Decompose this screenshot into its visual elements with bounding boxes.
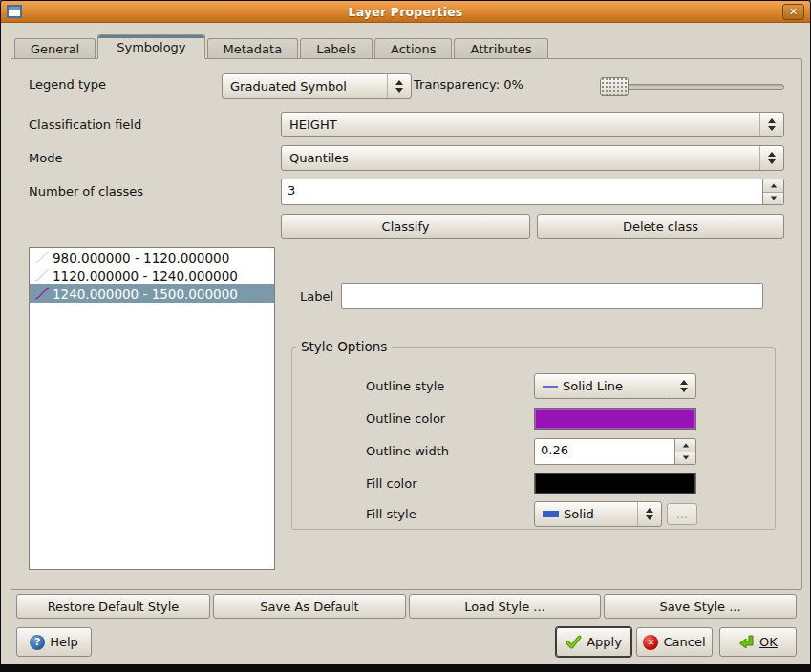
cancel-icon: ✕ <box>643 635 658 650</box>
solid-line-icon <box>543 386 558 388</box>
transparency-slider-handle[interactable] <box>600 77 629 96</box>
style-options-group: Style Options Outline style Solid Line O… <box>291 347 776 530</box>
mode-combo[interactable]: Quantiles <box>281 145 784 171</box>
transparency-label: Transparency: 0% <box>414 77 523 92</box>
tab-labels[interactable]: Labels <box>300 38 373 58</box>
label-field-label: Label <box>300 289 333 304</box>
ok-button[interactable]: OK <box>719 627 797 657</box>
line-symbol-icon <box>33 268 51 283</box>
combo-arrows-icon <box>759 113 783 136</box>
restore-default-style-button[interactable]: Restore Default Style <box>16 594 210 619</box>
combo-arrows-icon <box>672 374 695 398</box>
line-symbol-icon <box>33 286 51 301</box>
titlebar[interactable]: Layer Properties ✕ <box>1 1 810 23</box>
fill-color-label: Fill color <box>366 476 417 491</box>
window-menu-icon[interactable] <box>7 5 22 18</box>
apply-button[interactable]: Apply <box>556 627 631 657</box>
symbology-page: Legend type Graduated Symbol Transparenc… <box>11 58 802 590</box>
outline-color-swatch[interactable] <box>534 408 696 430</box>
line-symbol-icon <box>33 250 51 264</box>
label-input[interactable] <box>341 283 763 309</box>
solid-fill-icon <box>543 511 559 517</box>
fill-style-combo[interactable]: Solid <box>534 501 662 527</box>
help-button[interactable]: ? Help <box>16 627 92 657</box>
spin-down-button[interactable] <box>675 452 695 465</box>
style-options-title: Style Options <box>296 339 392 354</box>
class-list[interactable]: 980.000000 - 1120.000000 1120.000000 - 1… <box>29 247 275 570</box>
number-of-classes-label: Number of classes <box>29 184 143 199</box>
tab-attributes[interactable]: Attributes <box>454 38 547 58</box>
class-row-2[interactable]: 1120.000000 - 1240.000000 <box>30 266 274 284</box>
outline-width-spinbox[interactable]: 0.26 <box>534 438 696 465</box>
classify-button[interactable]: Classify <box>281 214 530 239</box>
tab-symbology[interactable]: Symbology <box>97 34 204 59</box>
legend-type-combo[interactable]: Graduated Symbol <box>222 74 412 99</box>
spin-down-button[interactable] <box>763 193 783 205</box>
outline-color-label: Outline color <box>366 411 445 426</box>
number-of-classes-spinbox[interactable]: 3 <box>281 178 784 205</box>
fill-color-swatch[interactable] <box>534 472 696 494</box>
help-icon: ? <box>30 635 45 650</box>
combo-arrows-icon <box>759 146 783 170</box>
apply-check-icon <box>566 634 582 650</box>
layer-properties-dialog: Layer Properties ✕ General Symbology Met… <box>0 0 811 672</box>
tab-metadata[interactable]: Metadata <box>207 38 299 58</box>
window-title: Layer Properties <box>1 5 810 19</box>
fill-style-label: Fill style <box>366 507 416 521</box>
outline-width-label: Outline width <box>366 444 449 458</box>
spin-up-button[interactable] <box>763 179 783 193</box>
outline-style-label: Outline style <box>366 379 444 393</box>
classification-field-combo[interactable]: HEIGHT <box>281 112 784 137</box>
tab-actions[interactable]: Actions <box>374 38 453 58</box>
fill-style-more-button[interactable]: ... <box>667 503 697 525</box>
tab-bar: General Symbology Metadata Labels Action… <box>14 33 550 58</box>
tab-general[interactable]: General <box>14 38 96 58</box>
class-row-3-selected[interactable]: 1240.000000 - 1500.000000 <box>30 284 274 303</box>
legend-type-label: Legend type <box>29 77 106 92</box>
delete-class-button[interactable]: Delete class <box>537 214 784 239</box>
outline-style-combo[interactable]: Solid Line <box>534 373 696 399</box>
spin-up-button[interactable] <box>675 439 695 452</box>
classification-field-label: Classification field <box>29 117 141 132</box>
cancel-button[interactable]: ✕ Cancel <box>636 627 713 657</box>
combo-arrows-icon <box>387 74 411 98</box>
load-style-button[interactable]: Load Style ... <box>409 594 601 619</box>
save-style-button[interactable]: Save Style ... <box>604 594 797 619</box>
mode-label: Mode <box>29 151 62 165</box>
save-as-default-button[interactable]: Save As Default <box>213 594 406 619</box>
combo-arrows-icon <box>637 502 661 526</box>
class-row-1[interactable]: 980.000000 - 1120.000000 <box>30 248 274 266</box>
ok-return-arrow-icon <box>738 634 755 650</box>
close-icon: ✕ <box>789 6 798 18</box>
close-button[interactable]: ✕ <box>782 4 804 20</box>
